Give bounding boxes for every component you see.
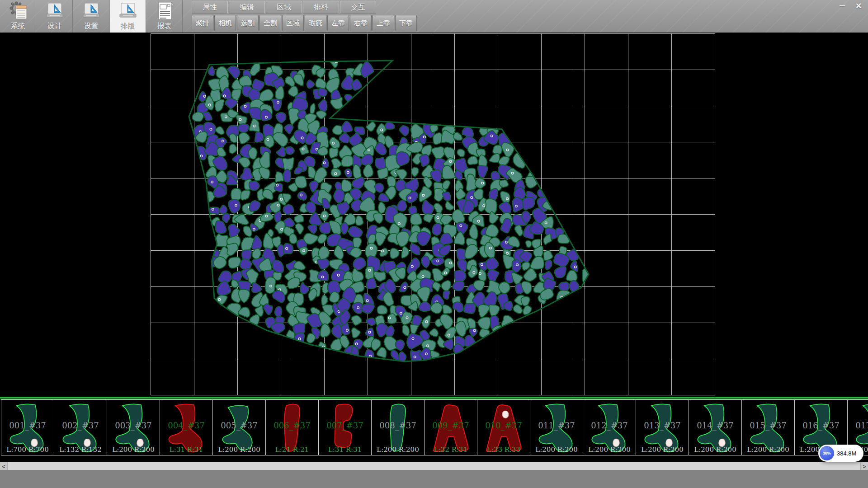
main-button-label: 系统 (0, 22, 36, 31)
part-lr-count: L:200 R:200 (583, 446, 636, 454)
part-name: 012_#37 (583, 421, 636, 430)
part-lr-count: L:132 R:132 (54, 446, 107, 454)
part-name: 014_#37 (689, 421, 741, 430)
part-name: 005_#37 (213, 421, 265, 430)
part-lr-count: L:200 R:200 (107, 446, 160, 454)
part-name: 011_#37 (530, 421, 583, 430)
part-name: 006_#37 (266, 421, 318, 430)
part-name: 004_#37 (160, 421, 212, 430)
main-button-report[interactable]: 报表 (146, 0, 183, 33)
main-button-design[interactable]: 设计 (37, 0, 73, 33)
part-lr-count: L:21 R:21 (266, 446, 318, 454)
menu-tab-row: 属性 编辑 区域 排料 交互 (192, 1, 377, 14)
main-button-settings[interactable]: 设置 (73, 0, 109, 33)
horizontal-scrollbar[interactable]: < > (0, 462, 868, 470)
main-button-label: 设计 (37, 22, 72, 31)
part-thumbnail[interactable]: 011_#37 L:200 R:200 (530, 399, 583, 455)
minimize-button[interactable]: ─ (835, 1, 849, 11)
nesting-canvas[interactable] (0, 33, 868, 397)
tool-button-cut-all[interactable]: 全割 (259, 15, 281, 31)
part-thumbnail[interactable]: 006_#37 L:21 R:21 (265, 399, 319, 455)
toolbar: 系统 设计 (0, 0, 868, 33)
settings-ruler-icon (73, 0, 109, 22)
part-thumbnail[interactable]: 008_#37 L:200 R:200 (371, 399, 425, 455)
part-name: 016_#37 (795, 421, 847, 430)
part-thumbnail[interactable]: 003_#37 L:200 R:200 (107, 399, 160, 455)
tool-button-select-cut[interactable]: 选割 (237, 15, 259, 31)
part-lr-count: L:32 R:31 (425, 446, 477, 454)
tool-button-camera[interactable]: 相机 (214, 15, 236, 31)
part-lr-count: L:200 R:200 (636, 446, 689, 454)
main-button-label: 报表 (146, 22, 182, 31)
main-button-system[interactable]: 系统 (0, 0, 36, 33)
part-lr-count: L:31 R:31 (160, 446, 212, 454)
part-name: 017_#37 (848, 421, 868, 430)
status-bar (0, 470, 868, 488)
tool-button-snap-right[interactable]: 右靠 (350, 15, 372, 31)
part-name: 010_#37 (477, 421, 530, 430)
main-button-layout[interactable]: 排版 (110, 0, 146, 33)
scroll-left-icon[interactable]: < (0, 462, 8, 470)
part-thumbnail[interactable]: 001_#37 L:700 R:700 (1, 399, 54, 455)
part-lr-count: L:200 R:200 (372, 446, 424, 454)
part-thumbnail[interactable]: 013_#37 L:200 R:200 (636, 399, 689, 455)
part-hole (502, 411, 509, 418)
tool-button-defect[interactable]: 瑕疵 (305, 15, 326, 31)
tool-button-snap-down[interactable]: 下靠 (395, 15, 417, 31)
part-thumbnail[interactable]: 015_#37 L:200 R:200 (741, 399, 795, 455)
part-thumbnail[interactable]: 010_#37 L:33 R:33 (477, 399, 530, 455)
part-thumbnail[interactable]: 004_#37 L:31 R:31 (160, 399, 213, 455)
part-thumbnail[interactable]: 002_#37 L:132 R:132 (54, 399, 107, 455)
part-lr-count: L:200 R:200 (742, 446, 794, 454)
tool-button-snap-left[interactable]: 左靠 (327, 15, 349, 31)
part-name: 003_#37 (107, 421, 160, 430)
part-name: 008_#37 (372, 421, 424, 430)
part-lr-count: L:31 R:31 (319, 446, 371, 454)
application-window: 系统 设计 (0, 0, 868, 488)
part-name: 015_#37 (742, 421, 794, 430)
part-name: 007_#37 (319, 421, 371, 430)
part-thumbnail[interactable]: 009_#37 L:32 R:31 (424, 399, 477, 455)
report-doc-icon (146, 0, 182, 22)
progress-circle: 38% (820, 446, 834, 460)
menu-tab-region[interactable]: 区域 (266, 1, 302, 14)
tool-button-snap-up[interactable]: 上靠 (373, 15, 394, 31)
part-name: 001_#37 (1, 421, 54, 430)
memory-value: 384.8M (837, 450, 856, 457)
part-thumbnail[interactable]: 014_#37 L:200 R:200 (689, 399, 742, 455)
part-thumbnail[interactable]: 005_#37 L:200 R:200 (212, 399, 266, 455)
tool-button-area[interactable]: 区域 (282, 15, 304, 31)
memory-badge: 38% 384.8M (818, 445, 863, 462)
part-name: 009_#37 (425, 421, 477, 430)
main-button-label: 排版 (110, 22, 146, 31)
scroll-right-icon[interactable]: > (860, 462, 868, 470)
part-lr-count: L:700 R:700 (1, 446, 54, 454)
part-lr-count: L:33 R:33 (477, 446, 530, 454)
parts-list: 001_#37 L:700 R:700 002_#37 L:132 R:132 … (1, 399, 868, 456)
part-name: 002_#37 (54, 421, 107, 430)
tool-button-row: 聚排 相机 选割 全割 区域 瑕疵 左靠 右靠 上靠 下靠 (192, 15, 418, 31)
menu-tab-interact[interactable]: 交互 (340, 1, 376, 14)
menu-tab-properties[interactable]: 属性 (192, 1, 228, 14)
window-controls: ─ ✕ (835, 1, 865, 11)
close-button[interactable]: ✕ (852, 1, 865, 11)
part-lr-count: L:200 R:200 (689, 446, 741, 454)
part-thumbnail[interactable]: 012_#37 L:200 R:200 (583, 399, 636, 455)
main-button-label: 设置 (73, 22, 109, 31)
part-thumbnail[interactable]: 007_#37 L:31 R:31 (318, 399, 372, 455)
layout-ruler-icon (110, 0, 146, 22)
menu-tab-nesting[interactable]: 排料 (303, 1, 339, 14)
menu-tab-edit[interactable]: 编辑 (229, 1, 265, 14)
tool-button-cluster[interactable]: 聚排 (192, 15, 213, 31)
part-lr-count: L:200 R:200 (530, 446, 583, 454)
part-lr-count: L:200 R:200 (213, 446, 265, 454)
part-name: 013_#37 (636, 421, 689, 430)
system-gear-icon (0, 0, 36, 22)
design-ruler-icon (37, 0, 72, 22)
parts-strip: 001_#37 L:700 R:700 002_#37 L:132 R:132 … (0, 397, 868, 456)
